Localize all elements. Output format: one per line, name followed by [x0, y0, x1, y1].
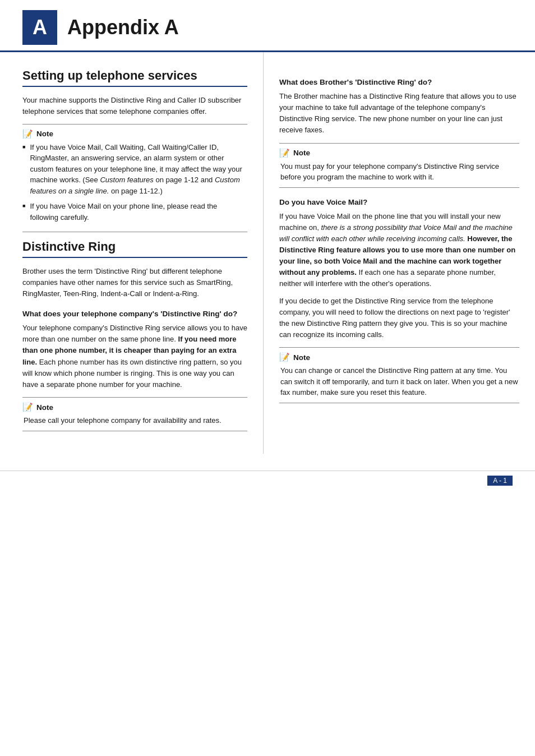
note-label-2: Note: [36, 403, 53, 412]
note-box-3: 📝 Note You must pay for your telephone c…: [279, 143, 519, 188]
note-box-4: 📝 Note You can change or cancel the Dist…: [279, 347, 519, 403]
voice-mail-para1: If you have Voice Mail on the phone line…: [279, 211, 519, 290]
note-box-1: 📝 Note If you have Voice Mail, Call Wait…: [22, 124, 247, 233]
note-icon-4: 📝: [279, 352, 290, 362]
footer-page-number: A - 1: [487, 476, 513, 486]
note-header-3: 📝 Note: [279, 148, 519, 158]
appendix-letter-box: A: [22, 10, 57, 45]
note-icon-2: 📝: [22, 402, 33, 412]
note-box-2: 📝 Note Please call your telephone compan…: [22, 397, 247, 431]
note-label-1: Note: [36, 130, 53, 138]
note-content-2: Please call your telephone company for a…: [22, 415, 247, 426]
page-footer: A - 1: [0, 471, 535, 490]
note-label-3: Note: [293, 149, 310, 157]
what-brother-para: The Brother machine has a Distinctive Ri…: [279, 91, 519, 136]
note-header-2: 📝 Note: [22, 402, 247, 412]
what-does-tel-title: What does your telephone company's 'Dist…: [22, 310, 247, 318]
page-title: Appendix A: [67, 16, 179, 39]
voice-mail-para2: If you decide to get the Distinctive Rin…: [279, 296, 519, 341]
distinctive-ring-title: Distinctive Ring: [22, 239, 247, 258]
note-list-item-2: If you have Voice Mail on your phone lin…: [22, 201, 247, 223]
note-content-3: You must pay for your telephone company'…: [279, 161, 519, 183]
note-list-1: If you have Voice Mail, Call Waiting, Ca…: [22, 142, 247, 223]
page-header: A Appendix A: [0, 0, 535, 52]
note-content-4: You can change or cancel the Distinctive…: [279, 365, 519, 398]
page-content: Setting up telephone services Your machi…: [0, 52, 535, 471]
intro-paragraph: Your machine supports the Distinctive Ri…: [22, 95, 247, 117]
note-icon-1: 📝: [22, 129, 33, 139]
right-column: What does Brother's 'Distinctive Ring' d…: [264, 52, 535, 454]
voice-mail-title: Do you have Voice Mail?: [279, 198, 519, 206]
note-header-4: 📝 Note: [279, 352, 519, 362]
distinctive-ring-intro: Brother uses the term 'Distinctive Ring'…: [22, 266, 247, 299]
note-icon-3: 📝: [279, 148, 290, 158]
main-section-title: Setting up telephone services: [22, 68, 247, 87]
left-column: Setting up telephone services Your machi…: [0, 52, 264, 454]
appendix-letter: A: [33, 16, 47, 39]
what-does-tel-rest: Each phone number has its own distinctiv…: [22, 358, 242, 389]
what-brother-title: What does Brother's 'Distinctive Ring' d…: [279, 78, 519, 86]
note-header-1: 📝 Note: [22, 129, 247, 139]
note-list-item-1: If you have Voice Mail, Call Waiting, Ca…: [22, 142, 247, 197]
note-label-4: Note: [293, 353, 310, 362]
what-does-tel-para: Your telephone company's Distinctive Rin…: [22, 322, 247, 390]
